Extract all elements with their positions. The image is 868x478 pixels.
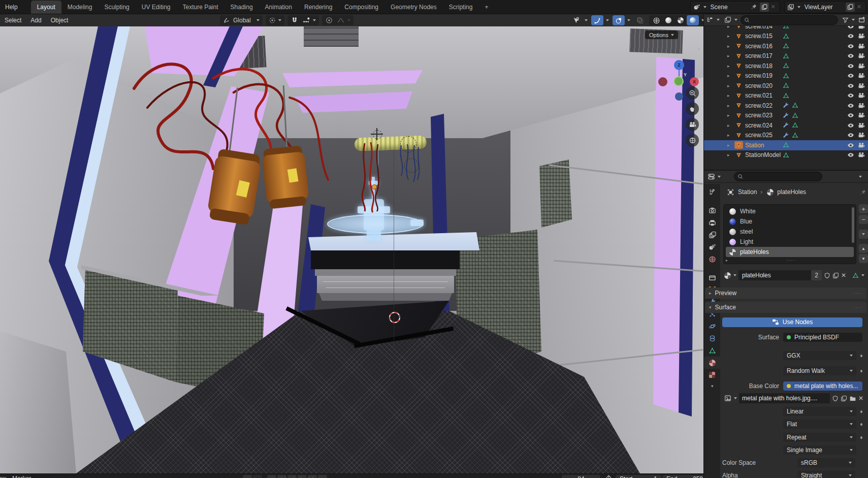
object-name[interactable]: screw.025	[745, 132, 783, 139]
new-view-layer-button[interactable]	[846, 3, 855, 12]
jump-to-start-button[interactable]: ⏮	[267, 475, 276, 478]
prev-keyframe-button[interactable]: ◀◀	[277, 475, 286, 478]
use-nodes-button[interactable]: Use Nodes	[722, 317, 862, 327]
render-camera-icon[interactable]	[858, 142, 865, 149]
hide-eye-icon[interactable]	[847, 62, 854, 70]
browse-material-dropdown[interactable]	[722, 270, 738, 280]
hide-eye-icon[interactable]	[847, 132, 854, 139]
modifier-wrench-icon[interactable]	[783, 132, 789, 139]
breadcrumb-material[interactable]: plateHoles	[777, 188, 806, 196]
jump-to-end-button[interactable]: ⏭	[318, 475, 327, 478]
zoom-tool-button[interactable]	[686, 86, 699, 100]
empty-object-circle[interactable]	[400, 136, 416, 152]
material-slot[interactable]: plateHoles	[726, 247, 854, 257]
material-slot-name[interactable]: plateHoles	[740, 248, 769, 256]
properties-search-input[interactable]	[734, 172, 822, 181]
expand-arrow-icon[interactable]: ▸	[727, 93, 734, 98]
modifier-wrench-icon[interactable]	[783, 112, 789, 119]
workspace-tab[interactable]: Rendering	[298, 1, 338, 14]
object-name[interactable]: screw.021	[745, 92, 783, 99]
outliner-row[interactable]: ▸ screw.019	[704, 71, 868, 81]
color-space-dropdown[interactable]: sRGB	[797, 458, 855, 467]
keyframe-dot[interactable]	[860, 423, 862, 426]
expand-arrow-icon[interactable]: ▸	[727, 73, 734, 78]
render-camera-icon[interactable]	[858, 33, 865, 40]
snap-with-dropdown[interactable]	[301, 15, 318, 25]
material-slot-name[interactable]: steel	[740, 228, 753, 235]
hide-eye-icon[interactable]	[847, 52, 854, 59]
expand-arrow-icon[interactable]: ▸	[727, 143, 734, 148]
region-divider[interactable]	[703, 14, 704, 478]
tab-output[interactable]	[704, 216, 720, 229]
render-camera-icon[interactable]	[858, 151, 865, 158]
tab-material[interactable]	[704, 357, 720, 369]
object-name[interactable]: screw.017	[745, 52, 783, 59]
render-camera-icon[interactable]	[858, 102, 865, 109]
editor-type-icon[interactable]	[707, 173, 715, 181]
fake-user-shield-icon[interactable]	[824, 272, 830, 279]
projection-dropdown[interactable]: Flat	[783, 420, 856, 429]
viewport-menu[interactable]: Select	[0, 17, 26, 24]
extension-dropdown[interactable]: Repeat	[783, 433, 856, 442]
gizmo-z-axis[interactable]: Z	[674, 60, 684, 70]
outliner-search-input[interactable]	[741, 15, 838, 25]
expand-arrow-icon[interactable]: ▸	[727, 103, 734, 108]
modifier-wrench-icon[interactable]	[783, 122, 789, 129]
render-camera-icon[interactable]	[858, 92, 865, 99]
next-keyframe-button[interactable]: ▶▶	[308, 475, 317, 478]
object-name[interactable]: screw.022	[745, 102, 783, 109]
scene-selector[interactable]: Scene ✕	[690, 1, 780, 13]
scene-name[interactable]: Scene	[711, 4, 746, 11]
desk-front-panel[interactable]	[311, 250, 460, 269]
tab-constraints[interactable]	[704, 332, 720, 344]
viewport-canvas[interactable]: Options Z X Y ‹	[0, 26, 703, 473]
duplicate-material-icon[interactable]	[832, 272, 839, 279]
hide-eye-icon[interactable]	[847, 112, 854, 119]
gizmo-z-neg-axis[interactable]	[675, 92, 683, 101]
outliner-row[interactable]: ▸ screw.025	[704, 131, 868, 141]
render-camera-icon[interactable]	[858, 132, 865, 139]
outliner-row[interactable]: ▸ screw.016	[704, 41, 868, 51]
outliner-row[interactable]: ▸ screw.018	[704, 61, 868, 71]
list-resize-grip[interactable]: ····	[786, 258, 795, 263]
outliner-row[interactable]: ▸ screw.015	[704, 31, 868, 42]
expand-arrow-icon[interactable]: ▸	[727, 44, 734, 49]
slot-specials-arrow[interactable]: ▸	[726, 258, 728, 263]
transform-orientation-dropdown[interactable]: Global	[220, 15, 263, 25]
workspace-tab[interactable]: Texture Paint	[177, 1, 224, 14]
expand-arrow-icon[interactable]: ▸	[727, 83, 734, 88]
workspace-tab[interactable]: Shading	[224, 1, 259, 14]
display-mode-dropdown[interactable]	[706, 16, 714, 24]
keyframe-dot[interactable]	[860, 370, 862, 372]
unlink-image-icon[interactable]: ✕	[858, 395, 863, 402]
tab-scene[interactable]	[704, 241, 720, 253]
tab-collection[interactable]	[704, 271, 720, 283]
grid-view-button[interactable]	[686, 134, 699, 147]
surface-panel-header[interactable]: ▾ Surface ····	[705, 302, 866, 313]
object-name[interactable]: StationModel	[745, 151, 783, 158]
alpha-dropdown[interactable]: Straight	[797, 471, 855, 478]
render-camera-icon[interactable]	[858, 82, 865, 89]
material-slot[interactable]: Blue	[726, 216, 854, 227]
hide-eye-icon[interactable]	[847, 43, 854, 50]
distribution-dropdown[interactable]: GGX	[783, 351, 856, 360]
sidebar-collapse-arrow[interactable]: ‹	[698, 46, 700, 52]
render-camera-icon[interactable]	[858, 112, 865, 119]
red-hanging-bundle[interactable]	[356, 142, 391, 213]
render-camera-icon[interactable]	[858, 62, 865, 70]
new-collection-button[interactable]	[858, 16, 866, 24]
unlink-material-icon[interactable]: ✕	[841, 272, 846, 279]
frame-start-field[interactable]: Start1	[616, 475, 661, 478]
image-fake-user-icon[interactable]	[832, 395, 839, 402]
options-button[interactable]: Options	[645, 30, 678, 39]
pan-hand-button[interactable]	[686, 102, 699, 115]
move-slot-down-button[interactable]: ▼	[859, 254, 868, 263]
preview-panel-header[interactable]: ▸ Preview ····	[705, 288, 866, 299]
tab-data[interactable]	[704, 344, 720, 357]
outliner-row[interactable]: ▸ Station	[704, 140, 868, 150]
image-name-field[interactable]: metal plate with holes.jpg....	[739, 393, 830, 403]
gizmo-x-neg-axis[interactable]	[658, 77, 667, 86]
stopwatch-icon[interactable]	[605, 475, 612, 478]
tab-world[interactable]	[704, 253, 720, 265]
timeline-marker-menu[interactable]: Marker	[12, 475, 31, 478]
